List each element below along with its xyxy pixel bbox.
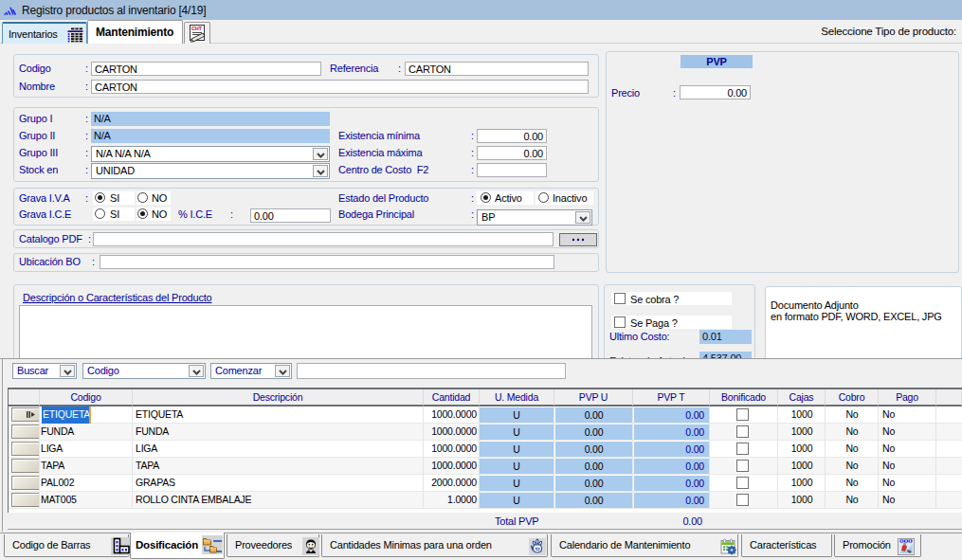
svg-text:CHT: CHT (191, 26, 203, 31)
